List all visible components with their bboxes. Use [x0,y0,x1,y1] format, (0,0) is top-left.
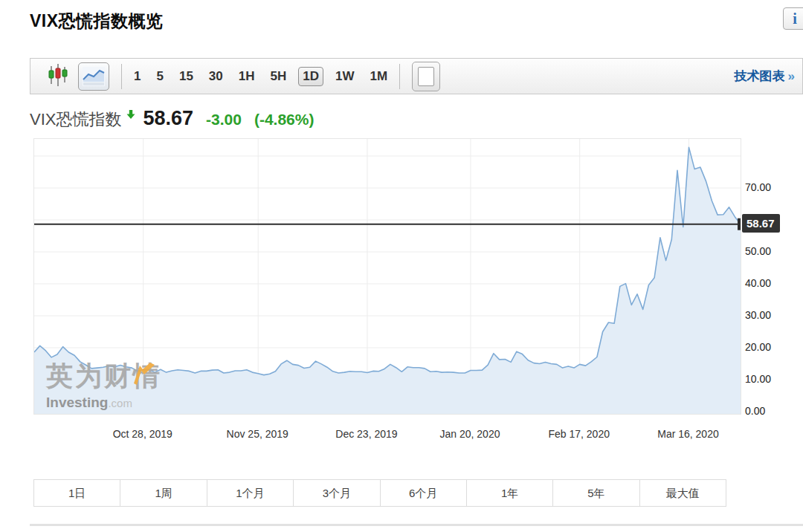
x-axis-label: Feb 17, 2020 [531,428,628,440]
toolbar-separator [399,64,400,89]
watermark-en: Investing.com [46,395,162,411]
period-button-5[interactable]: 6个月 [381,480,467,506]
interval-1h[interactable]: 1H [239,69,255,84]
candlestick-chart-icon[interactable] [48,63,68,90]
x-axis-label: Oct 28, 2019 [94,428,191,440]
watermark: 英为财情 Investing.com [46,358,162,411]
page-title: VIX恐慌指数概览 [30,10,164,33]
interval-5h[interactable]: 5H [271,69,287,84]
bottom-divider [30,524,803,526]
period-button-6[interactable]: 1年 [467,480,553,506]
info-icon: i [793,10,797,27]
period-button-2[interactable]: 1周 [120,480,207,506]
interval-30[interactable]: 30 [209,69,223,84]
line-chart-icon [83,67,105,86]
interval-1w[interactable]: 1W [335,69,355,84]
y-axis-label: 20.00 [745,341,797,353]
line-chart-button[interactable] [78,62,109,91]
interval-1d[interactable]: 1D [298,67,323,86]
news-panel-button[interactable] [412,62,440,91]
technical-chart-link-label: 技术图表 [735,69,785,83]
y-axis-label: 40.00 [745,277,797,289]
y-axis-label: 10.00 [745,373,797,385]
chart-toolbar: 1515301H5H1D1W1M 技术图表» [30,58,803,94]
interval-1[interactable]: 1 [134,69,141,84]
chevron-right-icon: » [788,69,795,83]
period-selector: 1日1周1个月3个月6个月1年5年最大值 [33,479,726,507]
interval-list: 1515301H5H1D1W1M [134,67,387,86]
x-axis-label: Jan 20, 2020 [422,428,518,440]
info-button[interactable]: i [783,7,803,30]
quote-header: VIX恐慌指数 58.67 -3.00 (-4.86%) [30,107,314,131]
watermark-accent-icon [132,363,158,385]
y-axis-label: 30.00 [745,309,797,321]
toolbar-separator [121,64,122,89]
last-price: 58.67 [143,107,193,130]
technical-chart-link[interactable]: 技术图表» [735,68,795,85]
watermark-cn: 英为财情 [46,358,162,395]
period-button-1[interactable]: 1日 [34,480,120,506]
interval-1m[interactable]: 1M [370,69,387,84]
x-axis-label: Mar 16, 2020 [639,428,736,440]
price-change-percent: (-4.86%) [254,111,315,129]
period-button-7[interactable]: 5年 [553,480,639,506]
y-axis-label: 50.00 [745,245,797,257]
price-change: -3.00 [206,111,242,129]
x-axis-label: Nov 25, 2019 [209,428,306,440]
news-panel-icon [418,67,434,86]
vix-overview-widget: VIX恐慌指数概览 i 1515301H5H1D1W1M [0,0,803,532]
y-axis-label: 0.00 [745,405,797,417]
y-axis-label: 70.00 [745,181,797,193]
period-button-4[interactable]: 3个月 [294,480,380,506]
period-button-3[interactable]: 1个月 [207,480,294,506]
interval-5[interactable]: 5 [156,69,163,84]
current-price-badge: 58.67 [742,214,780,233]
interval-15[interactable]: 15 [179,69,193,84]
period-button-8[interactable]: 最大值 [640,480,726,506]
x-axis-label: Dec 23, 2019 [318,428,415,440]
arrow-down-icon [126,109,136,123]
instrument-name: VIX恐慌指数 [30,108,121,131]
